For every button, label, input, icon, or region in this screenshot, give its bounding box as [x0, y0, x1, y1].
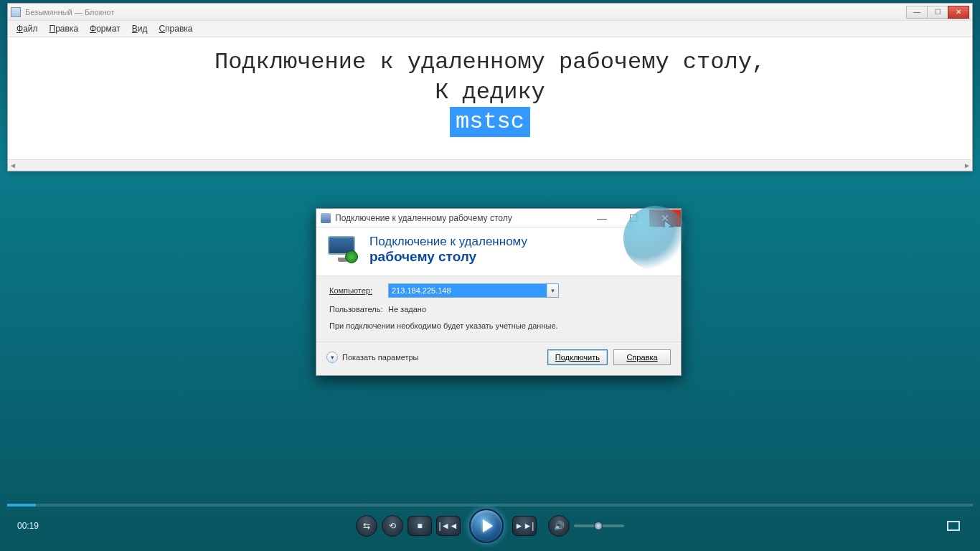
menu-help[interactable]: Справка: [154, 22, 197, 35]
notepad-scrollbar-horizontal[interactable]: ◄ ►: [8, 159, 972, 171]
credentials-note: При подключении необходимо будет указать…: [329, 321, 668, 331]
user-row: Пользователь: Не задано: [329, 305, 668, 314]
notepad-textarea[interactable]: Подключение к удаленному рабочему столу,…: [8, 37, 972, 159]
menu-format[interactable]: Формат: [85, 22, 125, 35]
volume-slider[interactable]: [574, 524, 624, 527]
previous-button[interactable]: |◄◄: [436, 516, 461, 536]
user-label: Пользователь:: [329, 305, 388, 314]
computer-row: Компьютер: ▼: [329, 283, 668, 298]
notepad-window-controls: — ☐ ✕: [907, 6, 969, 19]
stop-button[interactable]: ■: [407, 516, 432, 536]
scroll-right-icon[interactable]: ►: [963, 161, 971, 169]
fullscreen-button[interactable]: [947, 521, 960, 531]
rdp-header: Подключение к удаленному рабочему столу: [316, 227, 681, 276]
rdp-close-button[interactable]: ✕: [649, 209, 681, 227]
user-value: Не задано: [388, 305, 426, 314]
rdp-header-line1: Подключение к удаленному: [369, 235, 527, 249]
notepad-menubar: Файл Правка Формат Вид Справка: [8, 21, 972, 37]
rdp-header-line2: рабочему столу: [369, 249, 527, 265]
notepad-window: Безымянный — Блокнот — ☐ ✕ Файл Правка Ф…: [7, 3, 973, 171]
play-button[interactable]: [469, 509, 504, 543]
chevron-down-icon[interactable]: ▼: [547, 284, 558, 297]
mute-button[interactable]: 🔊: [548, 515, 570, 537]
chevron-down-icon: ▾: [326, 352, 338, 363]
connect-button[interactable]: Подключить: [547, 349, 608, 365]
scroll-left-icon[interactable]: ◄: [9, 161, 17, 169]
shuffle-button[interactable]: ⇆: [356, 515, 377, 537]
computer-combobox[interactable]: ▼: [388, 283, 559, 298]
show-options-toggle[interactable]: ▾ Показать параметры: [326, 352, 419, 363]
rdp-titlebar[interactable]: Подключение к удаленному рабочему столу …: [316, 209, 681, 227]
close-button[interactable]: ✕: [948, 6, 969, 19]
volume-thumb[interactable]: [594, 522, 603, 530]
playback-time: 00:19: [17, 521, 39, 531]
rdp-title: Подключение к удаленному рабочему столу: [335, 213, 586, 223]
repeat-button[interactable]: ⟲: [382, 515, 403, 537]
help-button[interactable]: Справка: [613, 349, 671, 365]
computer-input[interactable]: [389, 284, 547, 297]
show-options-label: Показать параметры: [342, 353, 419, 362]
notepad-title: Безымянный — Блокнот: [25, 8, 907, 17]
media-player-bar: 00:19 ⇆ ⟲ ■ |◄◄ ►►| 🔊: [7, 504, 973, 547]
rdp-header-icon: [328, 236, 361, 265]
notepad-icon: [11, 7, 21, 17]
minimize-button[interactable]: —: [906, 6, 928, 19]
rdp-icon: [321, 213, 331, 223]
maximize-button[interactable]: ☐: [927, 6, 948, 19]
menu-file[interactable]: Файл: [12, 22, 42, 35]
rdp-header-text: Подключение к удаленному рабочему столу: [369, 235, 527, 265]
rdp-body: Компьютер: ▼ Пользователь: Не задано При…: [316, 276, 681, 342]
notepad-titlebar[interactable]: Безымянный — Блокнот — ☐ ✕: [8, 4, 972, 21]
rdp-dialog: Подключение к удаленному рабочему столу …: [316, 208, 682, 376]
next-button[interactable]: ►►|: [512, 516, 537, 536]
progress-track[interactable]: [7, 504, 973, 507]
play-icon: [483, 519, 493, 532]
progress-fill: [7, 504, 36, 507]
rdp-minimize-button[interactable]: —: [586, 209, 618, 227]
notepad-line1: Подключение к удаленному рабочему столу,: [215, 49, 765, 75]
volume-control: 🔊: [548, 515, 624, 537]
notepad-line2: К дедику: [435, 79, 545, 105]
sync-arrows-icon: [345, 250, 358, 263]
rdp-footer: ▾ Показать параметры Подключить Справка: [316, 342, 681, 375]
computer-label: Компьютер:: [329, 286, 388, 295]
rdp-maximize-button[interactable]: ☐: [618, 209, 649, 227]
menu-edit[interactable]: Правка: [45, 22, 83, 35]
notepad-selected-text: mstsc: [450, 107, 530, 137]
player-controls: 00:19 ⇆ ⟲ ■ |◄◄ ►►| 🔊: [7, 509, 973, 542]
menu-view[interactable]: Вид: [128, 22, 152, 35]
